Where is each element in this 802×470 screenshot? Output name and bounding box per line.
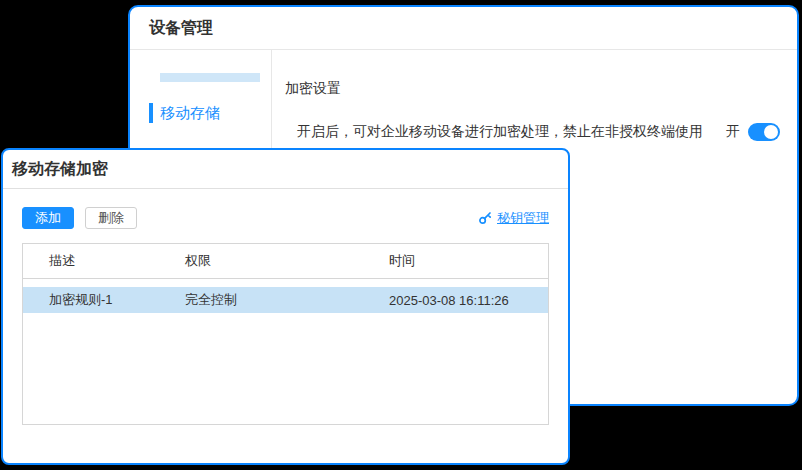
dialog-toolbar: 添加 删除 秘钥管理: [22, 207, 549, 229]
key-management-link[interactable]: 秘钥管理: [478, 209, 549, 227]
key-icon: [478, 211, 492, 225]
sidebar-placeholder-bar: [160, 73, 260, 82]
mobile-storage-encryption-dialog: 移动存储加密 添加 删除 秘钥管理 描述 权限 时间: [1, 148, 570, 465]
encryption-setting-row: 开启后，可对企业移动设备进行加密处理，禁止在非授权终端使用 开: [285, 123, 780, 141]
dialog-header: 移动存储加密: [3, 150, 568, 189]
column-header-time: 时间: [389, 252, 548, 270]
encryption-setting-description: 开启后，可对企业移动设备进行加密处理，禁止在非授权终端使用: [297, 123, 726, 141]
add-button[interactable]: 添加: [22, 207, 74, 229]
encryption-settings-heading: 加密设置: [285, 80, 780, 98]
device-management-header: 设备管理: [130, 7, 797, 50]
sidebar-item-mobile-storage[interactable]: 移动存储: [130, 103, 271, 123]
cell-time: 2025-03-08 16:11:26: [389, 293, 548, 308]
toggle-state-label: 开: [726, 123, 740, 141]
column-header-permission: 权限: [185, 252, 389, 270]
toggle-knob: [764, 125, 778, 139]
cell-permission: 完全控制: [185, 291, 389, 309]
dialog-body: 添加 删除 秘钥管理 描述 权限 时间 加密规则-: [3, 189, 568, 425]
key-management-link-label: 秘钥管理: [497, 209, 549, 227]
table-header-row: 描述 权限 时间: [23, 244, 548, 279]
active-indicator-bar: [149, 103, 153, 123]
dialog-title: 移动存储加密: [12, 159, 108, 180]
delete-button[interactable]: 删除: [85, 207, 137, 229]
device-management-title: 设备管理: [149, 18, 213, 39]
cell-description: 加密规则-1: [23, 291, 185, 309]
encryption-toggle-group: 开: [726, 123, 780, 141]
screen-canvas: 设备管理 移动存储 加密设置 开启后，可对企业移动设备进行加密处理，禁止在非授权…: [0, 0, 802, 470]
encryption-toggle-switch[interactable]: [748, 123, 780, 141]
table-row[interactable]: 加密规则-1 完全控制 2025-03-08 16:11:26: [23, 287, 548, 313]
encryption-rules-table: 描述 权限 时间 加密规则-1 完全控制 2025-03-08 16:11:26: [22, 243, 549, 425]
column-header-description: 描述: [23, 252, 185, 270]
sidebar-item-label: 移动存储: [160, 104, 220, 123]
